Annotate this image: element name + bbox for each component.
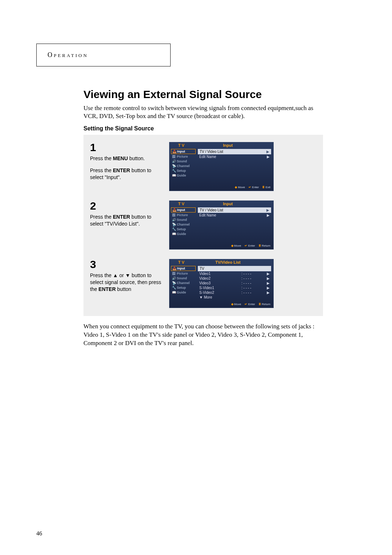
picture-icon: 🖼 [172, 272, 176, 275]
input-icon: 📥 [172, 267, 176, 270]
picture-icon: 🖼 [172, 155, 176, 158]
osd-header: T V Input [170, 142, 273, 148]
footer-enter: ↵ Enter [245, 244, 255, 247]
setup-icon: 🔧 [172, 227, 176, 231]
osd-row: Video3: - - - -▶ [198, 281, 271, 285]
after-paragraph: When you connect equipment to the TV, yo… [83, 323, 323, 348]
footer-move: ◆ Move [231, 303, 241, 306]
osd-tv-label: T V [170, 260, 197, 264]
section-header: Operation [48, 51, 88, 58]
osd-row: TV / Video List▶ [198, 207, 271, 213]
step-1-line1: Press the MENU button. [90, 155, 163, 162]
page-title: Viewing an External Signal Source [83, 88, 323, 101]
osd-body: 📥Input 🖼Picture 🔊Sound 📡Channel 🔧Setup 📖… [170, 148, 273, 185]
input-icon: 📥 [172, 208, 176, 212]
side-item-input: 📥Input [171, 266, 196, 271]
guide-icon: 📖 [172, 174, 176, 177]
page-number: 46 [36, 530, 42, 537]
side-item-sound: 🔊Sound [171, 159, 196, 163]
side-item-picture: 🖼Picture [171, 213, 196, 217]
setup-icon: 🔧 [172, 169, 176, 173]
osd-tv-label: T V [170, 202, 197, 206]
osd-sidebar: 📥Input 🖼Picture 🔊Sound 📡Channel 🔧Setup 📖… [170, 148, 197, 185]
osd-body: 📥Input 🖼Picture 🔊Sound 📡Channel 🔧Setup 📖… [170, 207, 273, 243]
step-3: 3 Press the ▲ or ▼ button to select sign… [90, 259, 317, 310]
input-icon: 📥 [172, 150, 176, 153]
channel-icon: 📡 [172, 223, 176, 226]
side-item-sound: 🔊Sound [171, 276, 196, 280]
side-item-channel: 📡Channel [171, 222, 196, 227]
arrow-right-icon: ▶ [266, 150, 269, 154]
osd-sidebar: 📥Input 🖼Picture 🔊Sound 📡Channel 🔧Setup 📖… [170, 207, 197, 243]
arrow-right-icon: ▶ [267, 281, 270, 285]
step-1-text: 1 Press the MENU button. Press the ENTER… [90, 142, 163, 191]
arrow-right-icon: ▶ [267, 286, 270, 290]
arrow-right-icon: ▶ [266, 208, 269, 212]
footer-move: ◆ Move [231, 244, 241, 247]
side-item-channel: 📡Channel [171, 281, 196, 285]
osd-header: T V TV/Video List [170, 259, 273, 265]
arrow-right-icon: ▶ [267, 276, 270, 280]
step-3-number: 3 [90, 259, 163, 270]
arrow-right-icon: ▶ [267, 272, 270, 276]
footer-enter: ↵ Enter [245, 303, 255, 306]
osd-row: Video1: - - - -▶ [198, 271, 271, 276]
side-item-picture: 🖼Picture [171, 271, 196, 276]
sound-icon: 🔊 [172, 276, 176, 280]
arrow-right-icon: ▶ [267, 155, 270, 159]
arrow-right-icon: ▶ [267, 213, 270, 217]
side-item-guide: 📖Guide [171, 173, 196, 178]
step-1: 1 Press the MENU button. Press the ENTER… [90, 142, 317, 200]
osd-row: Video2: - - - -▶ [198, 276, 271, 281]
footer-exit: Ⅲ Exit [262, 186, 270, 189]
side-item-input: 📥Input [171, 207, 196, 212]
osd-row-more: ▼ More [198, 295, 271, 300]
footer-move: ◆ Move [235, 186, 245, 189]
channel-icon: 📡 [172, 164, 176, 168]
subheading: Setting the Signal Source [83, 125, 323, 132]
steps-panel: 1 Press the MENU button. Press the ENTER… [83, 135, 323, 316]
osd-title: Input [197, 143, 273, 147]
picture-icon: 🖼 [172, 213, 176, 217]
osd-tv-label: T V [170, 143, 197, 147]
osd-main: TV Video1: - - - -▶ Video2: - - - -▶ Vid… [197, 265, 273, 301]
setup-icon: 🔧 [172, 286, 176, 289]
osd-row: TV [198, 266, 271, 271]
osd-row: S-Video2: - - - -▶ [198, 290, 271, 295]
section-header-box: Operation [36, 44, 171, 66]
side-item-guide: 📖Guide [171, 290, 196, 295]
osd-footer: ◆ Move ↵ Enter Ⅲ Return [170, 243, 273, 249]
side-item-picture: 🖼Picture [171, 154, 196, 159]
sound-icon: 🔊 [172, 218, 176, 222]
osd-main: TV / Video List▶ Edit Name▶ [197, 207, 273, 243]
osd-screenshot-2: T V Input 📥Input 🖼Picture 🔊Sound 📡Channe… [169, 200, 274, 250]
osd-sidebar: 📥Input 🖼Picture 🔊Sound 📡Channel 🔧Setup 📖… [170, 265, 197, 301]
side-item-setup: 🔧Setup [171, 227, 196, 231]
osd-footer: ◆ Move ↵ Enter Ⅲ Return [170, 301, 273, 308]
arrow-right-icon: ▶ [267, 291, 270, 295]
step-2-line1: Press the ENTER button to select "TV/Vid… [90, 214, 163, 227]
channel-icon: 📡 [172, 281, 176, 285]
step-1-number: 1 [90, 142, 163, 153]
osd-footer: ◆ Move ↵ Enter Ⅲ Exit [170, 185, 273, 191]
side-item-setup: 🔧Setup [171, 285, 196, 290]
side-item-setup: 🔧Setup [171, 169, 196, 173]
step-2-text: 2 Press the ENTER button to select "TV/V… [90, 200, 163, 250]
side-item-channel: 📡Channel [171, 164, 196, 168]
sound-icon: 🔊 [172, 159, 176, 163]
osd-row: Edit Name▶ [198, 213, 271, 218]
osd-screenshot-1: T V Input 📥Input 🖼Picture 🔊Sound 📡Channe… [169, 142, 274, 191]
step-1-line2: Press the ENTER button to select "Input"… [90, 167, 163, 181]
step-2-number: 2 [90, 200, 163, 211]
osd-main: TV / Video List▶ Edit Name▶ [197, 148, 273, 185]
page-content: Viewing an External Signal Source Use th… [83, 88, 323, 348]
osd-row: S-Video1: - - - -▶ [198, 285, 271, 290]
side-item-input: 📥Input [171, 149, 196, 154]
footer-return: Ⅲ Return [259, 244, 270, 247]
osd-title: Input [197, 202, 273, 206]
step-2: 2 Press the ENTER button to select "TV/V… [90, 200, 317, 259]
intro-paragraph: Use the remote control to switch between… [83, 104, 323, 120]
osd-header: T V Input [170, 201, 273, 207]
osd-screenshot-3: T V TV/Video List 📥Input 🖼Picture 🔊Sound… [169, 259, 274, 308]
osd-row: TV / Video List▶ [198, 149, 271, 154]
